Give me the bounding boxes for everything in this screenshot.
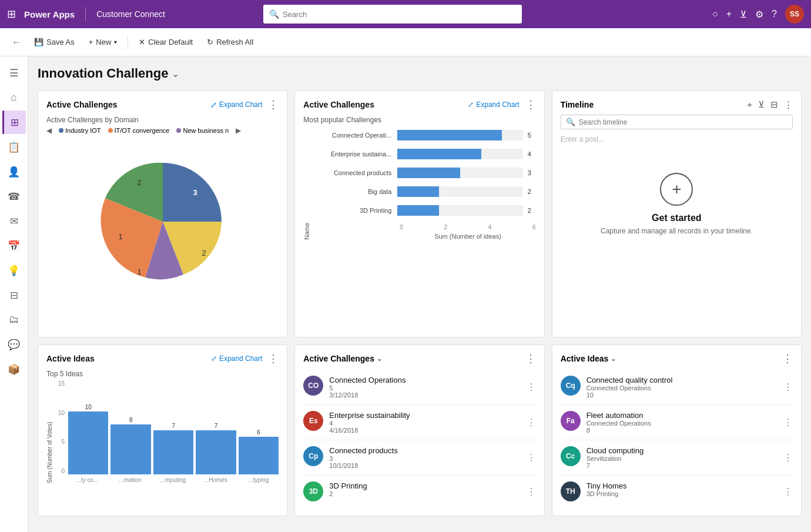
sidebar: ☰ ⌂ ⊞ 📋 👤 ☎ ✉ 📅 💡 ⊟ 🗂 💬 📦 bbox=[0, 56, 28, 532]
list2-item-sub2-2: 8 bbox=[587, 427, 778, 434]
list-item-menu-3[interactable]: ⋮ bbox=[527, 452, 536, 463]
list2-item-menu-4[interactable]: ⋮ bbox=[783, 486, 793, 497]
hbar-val-1: 5 bbox=[528, 132, 536, 139]
sidebar-item-dashboard[interactable]: ⊞ bbox=[2, 111, 26, 134]
card2-title: Active Challenges bbox=[303, 100, 374, 109]
sidebar-item-home[interactable]: ⌂ bbox=[2, 86, 26, 109]
expand-chart-3-button[interactable]: ⤢ Expand Chart bbox=[211, 354, 262, 363]
help-icon[interactable]: ? bbox=[772, 9, 777, 19]
list-item-menu-1[interactable]: ⋮ bbox=[527, 382, 536, 393]
search-input[interactable] bbox=[283, 10, 516, 19]
card1-more-button[interactable]: ⋮ bbox=[268, 99, 279, 110]
vbar-col-3: 7 bbox=[153, 423, 193, 474]
list2-chevron-icon[interactable]: ⌄ bbox=[611, 355, 616, 363]
timeline-icons: + ⊻ ⊟ ⋮ bbox=[747, 99, 793, 110]
timeline-empty-state: + Get started Capture and manage all rec… bbox=[561, 155, 793, 253]
vbar-col-2: 8 bbox=[110, 417, 150, 474]
timeline-columns-icon[interactable]: ⊟ bbox=[770, 99, 778, 110]
main-layout: ☰ ⌂ ⊞ 📋 👤 ☎ ✉ 📅 💡 ⊟ 🗂 💬 📦 Innovation Cha… bbox=[0, 56, 811, 532]
list2-item-sub1-4: 3D Printing bbox=[587, 490, 778, 497]
back-button[interactable]: ← bbox=[7, 35, 26, 50]
card3-title: Active Ideas bbox=[46, 354, 95, 363]
list-item-menu-2[interactable]: ⋮ bbox=[527, 417, 536, 428]
refresh-icon: ↻ bbox=[207, 38, 213, 46]
legend-prev-icon[interactable]: ◀ bbox=[46, 126, 52, 135]
timeline-header: Timeline + ⊻ ⊟ ⋮ bbox=[561, 99, 793, 110]
vbar-col-1: 10 bbox=[68, 404, 108, 474]
list-item-date-1: 3/12/2018 bbox=[329, 392, 520, 399]
vbar-chart-inner: 0 5 10 15 10 8 bbox=[54, 380, 279, 483]
settings-icon[interactable]: ⚙ bbox=[755, 9, 763, 20]
topbar-divider bbox=[85, 7, 86, 21]
timeline-post-placeholder[interactable]: Enter a post... bbox=[561, 135, 793, 143]
timeline-search[interactable]: 🔍 bbox=[561, 115, 793, 129]
sidebar-item-records[interactable]: 📋 bbox=[2, 135, 26, 159]
list2-avatar-3: Cc bbox=[561, 446, 581, 466]
clear-default-button[interactable]: ✕ Clear Default bbox=[133, 34, 199, 50]
sidebar-item-calls[interactable]: ☎ bbox=[2, 185, 26, 208]
timeline-filter-icon[interactable]: ⊻ bbox=[758, 99, 765, 110]
list1-more-button[interactable]: ⋮ bbox=[525, 353, 536, 364]
page-title-row: Innovation Challenge ⌄ bbox=[38, 66, 802, 81]
toolbar: ← 💾 Save As + New ▾ ✕ Clear Default ↻ Re… bbox=[0, 28, 811, 56]
list1-chevron-icon[interactable]: ⌄ bbox=[377, 355, 382, 363]
list2-item-menu-3[interactable]: ⋮ bbox=[783, 452, 793, 463]
vbar-chart-area: 0 5 10 15 10 8 bbox=[54, 380, 279, 474]
timeline-empty-sub: Capture and manage all records in your t… bbox=[601, 227, 753, 235]
sidebar-item-packages[interactable]: 📦 bbox=[2, 357, 26, 381]
list2-avatar-2: Fa bbox=[561, 411, 581, 431]
avatar[interactable]: SS bbox=[785, 5, 804, 24]
list1-title-area: Active Challenges ⌄ bbox=[303, 354, 382, 363]
plus-icon[interactable]: + bbox=[726, 9, 732, 19]
card2-more-button[interactable]: ⋮ bbox=[525, 99, 536, 110]
expand-chart-1-button[interactable]: ⤢ Expand Chart bbox=[210, 101, 262, 109]
sidebar-item-contacts[interactable]: 👤 bbox=[2, 160, 26, 183]
timeline-plus-circle-icon[interactable]: + bbox=[660, 173, 693, 206]
filter-icon[interactable]: ⊻ bbox=[740, 9, 747, 20]
list-item: Es Enterprise sustainability 4 4/16/2018… bbox=[303, 405, 535, 440]
save-as-button[interactable]: 💾 Save As bbox=[28, 34, 81, 50]
list2-item-sub1-2: Connected Operations bbox=[587, 420, 778, 427]
timeline-add-icon[interactable]: + bbox=[747, 99, 752, 110]
sidebar-item-ideas[interactable]: 💡 bbox=[2, 259, 26, 282]
legend-next-icon[interactable]: ▶ bbox=[236, 126, 241, 135]
sidebar-item-products[interactable]: ⊟ bbox=[2, 283, 26, 307]
timeline-search-input[interactable] bbox=[579, 118, 787, 126]
svg-text:2: 2 bbox=[137, 178, 141, 187]
expand-chart-2-button[interactable]: ⤢ Expand Chart bbox=[468, 101, 519, 109]
sidebar-item-categories[interactable]: 🗂 bbox=[2, 308, 26, 332]
page-title-chevron-icon[interactable]: ⌄ bbox=[172, 68, 179, 79]
global-search[interactable]: 🔍 bbox=[263, 5, 522, 24]
list2-item-content-1: Connected quality control Connected Oper… bbox=[587, 376, 778, 399]
vbar-val-2: 8 bbox=[129, 417, 133, 423]
timeline-more-icon[interactable]: ⋮ bbox=[784, 99, 793, 110]
refresh-all-button[interactable]: ↻ Refresh All bbox=[201, 34, 259, 50]
hbar-fill-2 bbox=[397, 149, 481, 159]
list-item: Cq Connected quality control Connected O… bbox=[561, 370, 793, 405]
sidebar-item-menu[interactable]: ☰ bbox=[2, 61, 26, 85]
card3-more-button[interactable]: ⋮ bbox=[268, 353, 279, 364]
vbar-bar-1 bbox=[68, 411, 108, 474]
vbar-xlabel-5: ...typing bbox=[238, 477, 279, 483]
active-ideas-chart-card: Active Ideas ⤢ Expand Chart ⋮ Top 5 Idea… bbox=[38, 344, 287, 516]
svg-text:1: 1 bbox=[118, 232, 122, 241]
ring-icon[interactable]: ○ bbox=[712, 9, 718, 19]
list-item-date-3: 10/1/2018 bbox=[329, 462, 520, 469]
list2-item-title-2: Fleet automation bbox=[587, 411, 778, 420]
list-item-title-2: Enterprise sustainability bbox=[329, 411, 520, 420]
list-item-sub1-3: 3 bbox=[329, 455, 520, 462]
vbar-val-5: 6 bbox=[257, 429, 260, 436]
list2-more-button[interactable]: ⋮ bbox=[782, 353, 793, 364]
list-item-sub1-4: 2 bbox=[329, 490, 520, 497]
sidebar-item-email[interactable]: ✉ bbox=[2, 209, 26, 233]
new-button[interactable]: + New ▾ bbox=[83, 34, 123, 50]
sidebar-item-messages[interactable]: 💬 bbox=[2, 333, 26, 356]
list2-item-menu-1[interactable]: ⋮ bbox=[783, 382, 793, 393]
grid-icon[interactable]: ⊞ bbox=[7, 8, 16, 21]
list2-header: Active Ideas ⌄ ⋮ bbox=[561, 353, 793, 364]
ytick-0: 0 bbox=[54, 468, 65, 474]
hbar-track-1 bbox=[397, 130, 522, 140]
list-item-menu-4[interactable]: ⋮ bbox=[527, 486, 536, 497]
list2-item-menu-2[interactable]: ⋮ bbox=[783, 417, 793, 428]
sidebar-item-calendar[interactable]: 📅 bbox=[2, 234, 26, 257]
